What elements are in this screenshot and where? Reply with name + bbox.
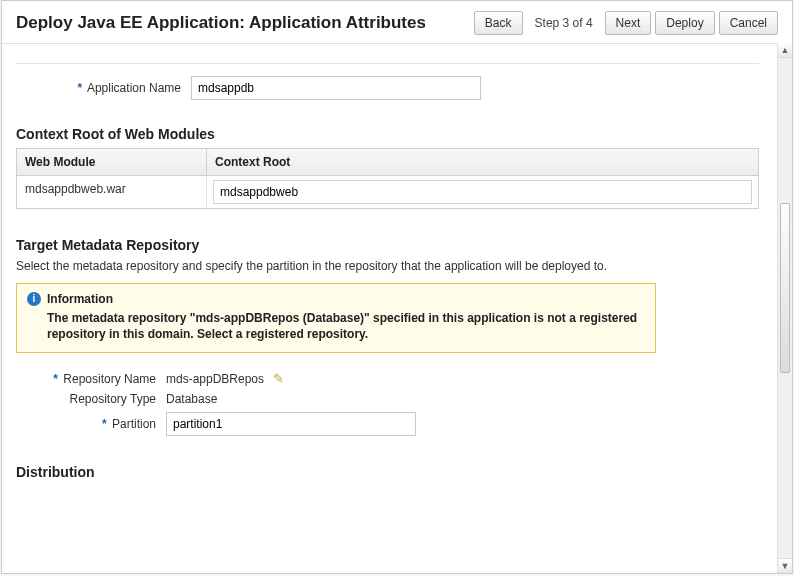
form-scroll-area: * Application Name Context Root of Web M… <box>2 43 777 573</box>
table-header: Web Module Context Root <box>17 149 758 176</box>
application-name-input[interactable] <box>191 76 481 100</box>
page-title: Deploy Java EE Application: Application … <box>16 13 474 33</box>
information-title: Information <box>47 292 113 306</box>
edit-repository-icon[interactable]: ✎ <box>273 371 284 386</box>
web-module-cell: mdsappdbweb.war <box>17 176 207 208</box>
col-web-module: Web Module <box>17 149 207 176</box>
vertical-scrollbar[interactable]: ▲ ▼ <box>777 43 792 573</box>
application-name-label: * Application Name <box>16 81 191 95</box>
deploy-button[interactable]: Deploy <box>655 11 714 35</box>
application-name-label-text: Application Name <box>87 81 181 95</box>
repository-name-label: * Repository Name <box>16 372 166 386</box>
scroll-down-icon[interactable]: ▼ <box>778 558 792 573</box>
wizard-buttons: Back Step 3 of 4 Next Deploy Cancel <box>474 11 778 35</box>
context-root-heading: Context Root of Web Modules <box>16 126 759 142</box>
repository-name-text: mds-appDBRepos <box>166 372 264 386</box>
repository-type-value: Database <box>166 392 217 406</box>
required-marker: * <box>53 372 58 386</box>
cancel-button[interactable]: Cancel <box>719 11 778 35</box>
table-row: mdsappdbweb.war <box>17 176 758 208</box>
scroll-thumb[interactable] <box>780 203 790 373</box>
wizard-header: Deploy Java EE Application: Application … <box>2 1 792 44</box>
information-title-row: i Information <box>27 292 645 306</box>
partition-input[interactable] <box>166 412 416 436</box>
back-button[interactable]: Back <box>474 11 523 35</box>
required-marker: * <box>78 81 83 95</box>
next-button[interactable]: Next <box>605 11 652 35</box>
info-icon: i <box>27 292 41 306</box>
distribution-heading: Distribution <box>16 464 759 480</box>
context-root-table: Web Module Context Root mdsappdbweb.war <box>16 148 759 209</box>
repository-type-row: Repository Type Database <box>16 392 759 406</box>
repository-name-row: * Repository Name mds-appDBRepos ✎ <box>16 371 759 386</box>
application-name-row: * Application Name <box>16 76 759 100</box>
information-box: i Information The metadata repository "m… <box>16 283 656 353</box>
information-body: The metadata repository "mds-appDBRepos … <box>27 310 645 342</box>
target-repo-heading: Target Metadata Repository <box>16 237 759 253</box>
context-root-input[interactable] <box>213 180 752 204</box>
partition-row: * Partition <box>16 412 759 436</box>
scroll-up-icon[interactable]: ▲ <box>778 43 792 58</box>
partition-label: * Partition <box>16 417 166 431</box>
step-indicator: Step 3 of 4 <box>527 12 601 34</box>
partition-label-text: Partition <box>112 417 156 431</box>
context-root-cell <box>207 176 758 208</box>
repository-type-label: Repository Type <box>16 392 166 406</box>
repository-name-label-text: Repository Name <box>63 372 156 386</box>
required-marker: * <box>102 417 107 431</box>
repository-name-value: mds-appDBRepos ✎ <box>166 371 284 386</box>
target-repo-description: Select the metadata repository and speci… <box>16 259 759 273</box>
divider <box>16 63 759 64</box>
col-context-root: Context Root <box>207 149 758 176</box>
